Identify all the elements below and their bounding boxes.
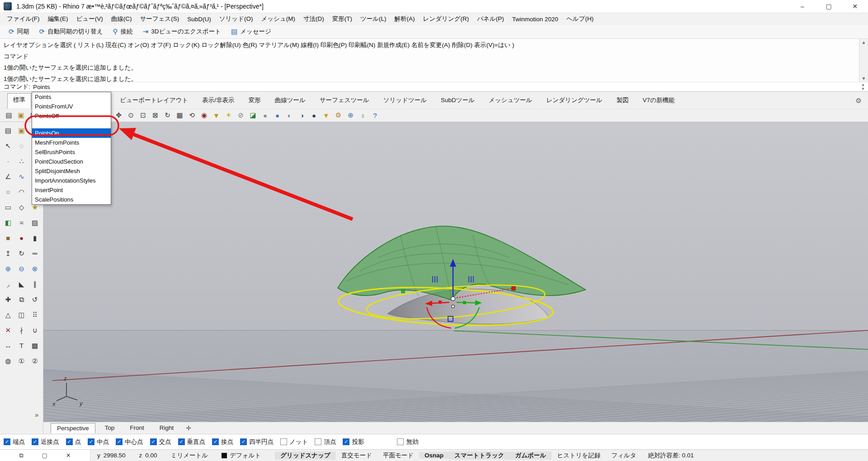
- array-icon[interactable]: ⠿: [28, 309, 42, 320]
- checkbox-icon[interactable]: [4, 438, 10, 445]
- status-toggle[interactable]: 平面モード: [377, 452, 419, 460]
- dimension-icon[interactable]: ↔: [1, 340, 15, 351]
- toolbar-tab[interactable]: 曲線ツール: [274, 94, 307, 108]
- maximize-button[interactable]: ▢: [816, 0, 842, 13]
- checkbox-icon[interactable]: [178, 438, 185, 445]
- new-file-icon[interactable]: ▤: [3, 110, 15, 121]
- checkbox-icon[interactable]: [212, 438, 219, 445]
- control-point-marker[interactable]: [401, 290, 405, 293]
- menu-item[interactable]: 解析(A): [391, 15, 419, 23]
- autocomplete-item[interactable]: PointsOff: [32, 111, 111, 121]
- perspective-viewport[interactable]: z x y: [43, 122, 868, 422]
- zoom-dynamic-icon[interactable]: ⊙: [125, 110, 137, 121]
- sphere-icon[interactable]: ●: [15, 232, 28, 244]
- auto-sync-toggle-icon[interactable]: ⟳ 自動同期の切り替え: [34, 28, 108, 36]
- polyline-icon[interactable]: ∠: [1, 171, 15, 182]
- autocomplete-item[interactable]: ImportAnnotationStyles: [32, 176, 111, 185]
- toolbar-tab[interactable]: 標準: [7, 93, 31, 108]
- scale-icon[interactable]: △: [1, 309, 15, 320]
- checkbox-icon[interactable]: [280, 438, 287, 445]
- patch-icon[interactable]: ▨: [28, 217, 42, 228]
- pan-icon[interactable]: ✥: [113, 110, 125, 121]
- menu-item[interactable]: 編集(E): [44, 15, 72, 23]
- fillet-icon[interactable]: ◞: [1, 278, 15, 290]
- toolbar-tab[interactable]: 変形: [248, 94, 262, 108]
- message-icon[interactable]: ▤ メッセージ: [226, 28, 276, 36]
- scroll-up-icon[interactable]: ▲: [862, 40, 866, 45]
- autocomplete-item[interactable]: Points: [32, 92, 111, 102]
- osnap-toggle[interactable]: 近接点: [32, 438, 59, 446]
- status-toggle[interactable]: スマートトラック: [449, 452, 509, 460]
- new-file-icon[interactable]: ▤: [1, 125, 15, 136]
- open-file-icon[interactable]: ▣: [15, 125, 28, 136]
- checkbox-icon[interactable]: [240, 438, 247, 445]
- polygon-icon[interactable]: ◇: [15, 202, 28, 213]
- hatch-icon[interactable]: ▩: [28, 340, 42, 351]
- osnap-toggle[interactable]: 頂点: [315, 438, 336, 446]
- rectangle-icon[interactable]: ▭: [1, 202, 15, 213]
- ghosted-sphere-icon[interactable]: ◍: [1, 355, 15, 367]
- status-toggle[interactable]: ヒストリを記録: [552, 452, 606, 460]
- status-toggle[interactable]: 直交モード: [336, 452, 377, 460]
- sidebar-more-chevron[interactable]: »: [35, 411, 38, 419]
- menu-item[interactable]: メッシュ(M): [257, 15, 299, 23]
- autocomplete-item[interactable]: ScalePositions: [32, 195, 111, 204]
- mirror-icon[interactable]: ◫: [15, 309, 28, 320]
- extrude-icon[interactable]: ↥: [1, 248, 15, 259]
- viewport-canvas[interactable]: z x y: [43, 122, 868, 422]
- osnap-toggle[interactable]: 端点: [4, 438, 25, 446]
- box-icon[interactable]: ■: [1, 232, 15, 244]
- minimize-button[interactable]: –: [789, 0, 816, 13]
- point-icon[interactable]: ∙: [1, 155, 15, 167]
- gumball-toggle-icon[interactable]: ⊕: [344, 110, 357, 121]
- status-toggle[interactable]: Osnap: [419, 452, 449, 459]
- revolve-icon[interactable]: ↻: [15, 248, 28, 259]
- menu-item[interactable]: サーフェス(S): [136, 15, 183, 23]
- osnap-toggle[interactable]: ノット: [280, 438, 308, 446]
- menu-item[interactable]: SubD(U): [183, 16, 215, 23]
- menu-item[interactable]: 曲線(C): [107, 15, 136, 23]
- menu-item[interactable]: ファイル(F): [3, 15, 44, 23]
- autocomplete-item[interactable]: SplitDisjointMesh: [32, 166, 111, 176]
- toolbar-tab[interactable]: サーフェスツール: [319, 94, 370, 108]
- undo-view-icon[interactable]: ⟲: [186, 110, 198, 121]
- osnap-toggle[interactable]: 投影: [343, 438, 364, 446]
- checkbox-icon[interactable]: [343, 438, 349, 445]
- xray-mode-icon[interactable]: ◑: [296, 110, 308, 121]
- menu-item[interactable]: ヘルプ(H): [562, 15, 598, 23]
- osnap-toggle[interactable]: 中点: [88, 438, 109, 446]
- units-field[interactable]: ミリメートル: [164, 452, 215, 460]
- toolbar-tab[interactable]: メッシュツール: [488, 94, 533, 108]
- gumball-menu-ball[interactable]: [452, 305, 454, 308]
- sync-icon[interactable]: ⟳ 同期: [4, 28, 34, 36]
- zoom-extents-icon[interactable]: ⊠: [149, 110, 161, 121]
- cv-level2-icon[interactable]: ②: [28, 355, 42, 367]
- bulb-icon[interactable]: ☀: [222, 110, 235, 121]
- loft-icon[interactable]: ≈: [15, 217, 28, 228]
- menu-item[interactable]: ツール(L): [356, 15, 391, 23]
- viewport-tab[interactable]: Right: [154, 423, 180, 433]
- osnap-toggle[interactable]: 交点: [150, 438, 171, 446]
- status-toggle[interactable]: グリッドスナップ: [275, 452, 336, 460]
- viewport-tab[interactable]: Top: [99, 423, 121, 433]
- plan-view-icon[interactable]: ▦: [174, 110, 186, 121]
- checkbox-icon[interactable]: [32, 438, 38, 445]
- trim-icon[interactable]: ✕: [1, 325, 15, 336]
- boolean-difference-icon[interactable]: ⊖: [15, 263, 28, 274]
- checkbox-icon[interactable]: [397, 438, 404, 445]
- autocomplete-item[interactable]: PointsOn: [32, 128, 111, 138]
- osnap-toggle[interactable]: 無効: [397, 438, 418, 446]
- raytraced-mode-icon[interactable]: ●: [308, 110, 320, 121]
- toolbar-tab[interactable]: V7の新機能: [642, 94, 675, 108]
- autocomplete-item[interactable]: SelBrushPoints: [32, 147, 111, 157]
- toolbar-tab[interactable]: 表示/非表示: [201, 94, 235, 108]
- offset-icon[interactable]: ∥: [28, 278, 42, 290]
- rendered-mode-icon[interactable]: ●: [271, 110, 283, 121]
- pipe-icon[interactable]: ═: [28, 248, 42, 259]
- text-icon[interactable]: T: [15, 340, 28, 351]
- cv-level1-icon[interactable]: ①: [15, 355, 28, 367]
- toolbar-tab[interactable]: ビューポートレイアウト: [119, 94, 189, 108]
- cylinder-icon[interactable]: ▮: [28, 232, 42, 244]
- panel-close-icon[interactable]: ✕: [66, 452, 71, 459]
- new-viewport-icon[interactable]: ✛: [183, 424, 194, 432]
